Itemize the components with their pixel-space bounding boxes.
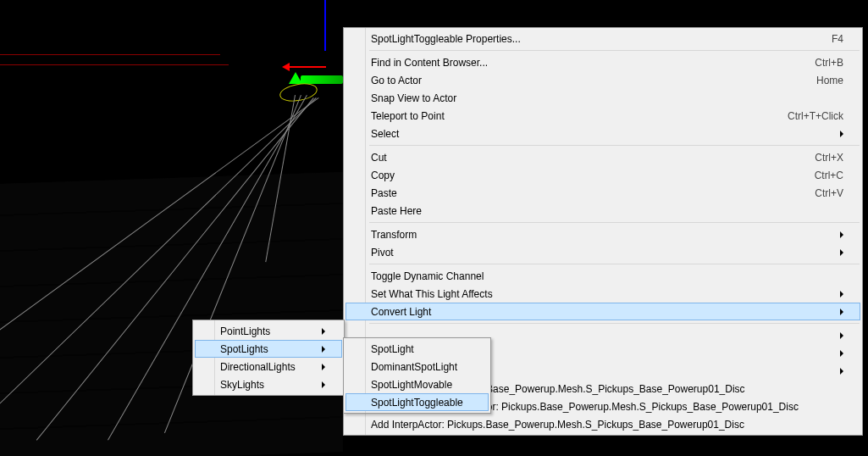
menu-separator: [369, 264, 860, 264]
chevron-right-icon: [840, 291, 843, 298]
menu-item-copy[interactable]: CopyCtrl+C: [346, 166, 860, 184]
chevron-right-icon: [840, 350, 843, 357]
menu-separator: [369, 323, 860, 324]
menu-separator: [369, 222, 860, 223]
chevron-right-icon: [322, 364, 325, 370]
menu-item-label: Copy: [371, 170, 395, 181]
chevron-right-icon: [322, 381, 325, 388]
menu-item-label: Paste Here: [371, 205, 422, 217]
menu-item-shortcut: Ctrl+X: [789, 152, 843, 164]
menu-item-label: Teleport to Point: [371, 110, 445, 122]
menu-item-label: Find in Content Browser...: [371, 57, 488, 69]
menu-item-shortcut: F4: [806, 33, 843, 45]
menu-item-teleport-to-point[interactable]: Teleport to PointCtrl+T+Click: [346, 107, 860, 125]
menu-item-set-what-this-light-affects[interactable]: Set What This Light Affects: [346, 285, 860, 303]
menu-item-snap-view-to-actor[interactable]: Snap View to Actor: [346, 89, 860, 107]
menu-item-shortcut: Ctrl+B: [789, 57, 843, 69]
menu-item-label: SpotLights: [220, 343, 268, 355]
menu-separator: [369, 50, 860, 51]
axis-z-icon: [324, 0, 326, 51]
menu-item-label: SpotLightToggleable: [371, 397, 463, 409]
menu-item-label: Convert Light: [371, 306, 431, 318]
menu-item-label: Set What This Light Affects: [371, 288, 493, 300]
chevron-right-icon: [840, 231, 843, 238]
chevron-right-icon: [840, 332, 843, 339]
submenu-convert-light[interactable]: SpotLightDominantSpotLightSpotLightMovab…: [343, 337, 491, 414]
menu-item-paste-here[interactable]: Paste Here: [346, 202, 860, 220]
menu-item-label: Go to Actor: [371, 75, 422, 86]
menu-item-label: SkyLights: [220, 379, 264, 391]
submenu-light-categories[interactable]: PointLightsSpotLightsDirectionalLightsSk…: [192, 320, 345, 396]
menu-item-label: Add InterpActor: Pickups.Base_Powerup.Me…: [371, 419, 744, 431]
menu-item-label: Paste: [371, 187, 397, 199]
menu-item-cut[interactable]: CutCtrl+X: [346, 148, 860, 166]
viewport-guide-line: [0, 64, 229, 65]
menu-item-go-to-actor[interactable]: Go to ActorHome: [346, 71, 860, 89]
menu-item-toggle-dynamic-channel[interactable]: Toggle Dynamic Channel: [346, 267, 860, 285]
menu-item-spotlights[interactable]: SpotLights: [195, 340, 342, 358]
menu-item-label: DominantSpotLight: [371, 361, 457, 373]
menu-item-paste[interactable]: PasteCtrl+V: [346, 184, 860, 202]
menu-item-label: SpotLight: [371, 343, 414, 355]
menu-item-select[interactable]: Select: [346, 125, 860, 142]
menu-item-shortcut: Ctrl+V: [789, 187, 843, 199]
menu-item-label: Snap View to Actor: [371, 92, 456, 104]
menu-item-shortcut: Ctrl+C: [789, 170, 843, 181]
chevron-right-icon: [840, 249, 843, 256]
menu-item-directionallights[interactable]: DirectionalLights: [195, 358, 342, 375]
menu-item-label: SpotLightMovable: [371, 379, 452, 391]
menu-item-find-in-content-browser[interactable]: Find in Content Browser...Ctrl+B: [346, 53, 860, 71]
menu-item-pointlights[interactable]: PointLights: [195, 322, 342, 340]
viewport-guide-line: [0, 54, 220, 55]
chevron-right-icon: [322, 328, 325, 335]
menu-item-transform[interactable]: Transform: [346, 225, 860, 243]
menu-item-label: Toggle Dynamic Channel: [371, 270, 484, 282]
menu-item-spotlightmovable[interactable]: SpotLightMovable: [346, 375, 489, 393]
menu-item-shortcut: Home: [791, 75, 843, 86]
menu-item-label: Select: [371, 128, 399, 140]
menu-item-label: Pivot: [371, 247, 394, 259]
menu-item-label: Cut: [371, 152, 387, 164]
menu-item-label: DirectionalLights: [220, 361, 296, 373]
menu-item-shortcut: Ctrl+T+Click: [762, 110, 843, 122]
chevron-right-icon: [322, 346, 325, 353]
menu-item-skylights[interactable]: SkyLights: [195, 375, 342, 393]
chevron-right-icon: [840, 309, 843, 315]
axis-x-icon: [288, 66, 326, 68]
menu-item-pivot[interactable]: Pivot: [346, 243, 860, 261]
menu-item-spotlighttoggleable-properties[interactable]: SpotLightToggleable Properties...F4: [346, 30, 860, 47]
menu-item-add-interpactor-pickups-base-powerup-mesh-s-pickups-base-powerup01-disc[interactable]: Add InterpActor: Pickups.Base_Powerup.Me…: [346, 415, 860, 433]
menu-item-label: PointLights: [220, 325, 270, 337]
menu-item-spotlighttoggleable[interactable]: SpotLightToggleable: [346, 393, 489, 411]
menu-separator: [369, 145, 860, 146]
menu-item-spotlight[interactable]: SpotLight: [346, 340, 489, 358]
chevron-right-icon: [840, 368, 843, 375]
menu-item-label: Transform: [371, 229, 417, 241]
menu-item-dominantspotlight[interactable]: DominantSpotLight: [346, 358, 489, 375]
axis-x-arrow-icon: [282, 63, 290, 71]
chevron-right-icon: [840, 131, 843, 137]
menu-item-label: SpotLightToggleable Properties...: [371, 33, 521, 45]
menu-item-convert-light[interactable]: Convert Light: [346, 303, 860, 320]
